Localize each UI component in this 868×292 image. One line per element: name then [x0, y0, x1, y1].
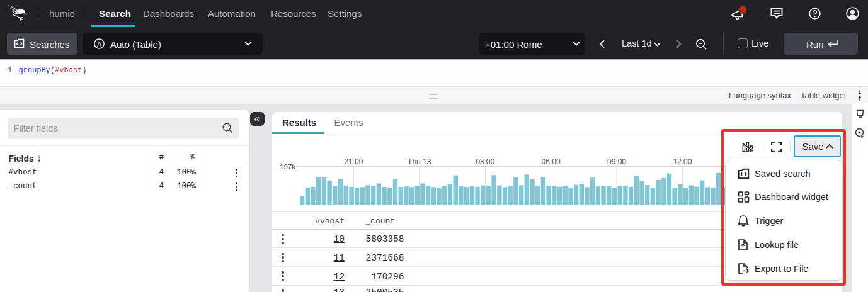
- svg-text:Thu 13: Thu 13: [408, 157, 431, 166]
- svg-text:12:00: 12:00: [673, 157, 692, 166]
- svg-text:06:00: 06:00: [541, 157, 560, 166]
- svg-text:03:00: 03:00: [476, 157, 494, 166]
- svg-text:A: A: [97, 40, 101, 48]
- svg-text:197k: 197k: [280, 162, 295, 170]
- svg-text:09:00: 09:00: [607, 157, 626, 166]
- svg-text:21:00: 21:00: [344, 157, 363, 166]
